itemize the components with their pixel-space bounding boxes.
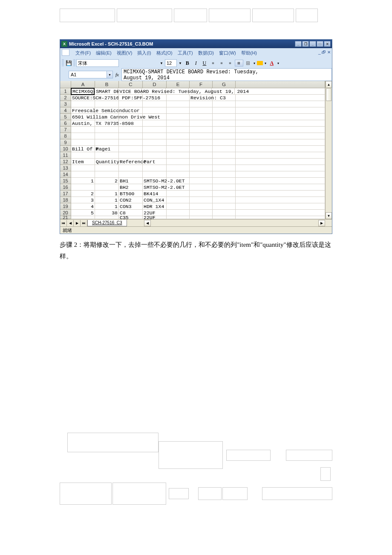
row-header[interactable]: 21 [60,216,71,219]
cell[interactable] [95,216,119,219]
cell[interactable]: Page1 [95,146,119,152]
cell[interactable] [119,165,143,171]
cell[interactable] [119,133,143,139]
cell[interactable] [167,191,190,197]
row-header[interactable]: 18 [60,197,71,203]
cell[interactable] [213,210,236,216]
cell[interactable]: Item [71,159,95,165]
font-select[interactable]: 宋体 [76,59,119,67]
row-header[interactable]: 6 [60,120,71,127]
hscroll-left-icon[interactable]: ◀ [144,220,151,226]
cell[interactable] [190,120,213,127]
cell[interactable] [213,159,236,165]
cell[interactable]: SMTSO-M2-2.0ET [143,178,167,184]
cell[interactable] [119,139,143,146]
worksheet[interactable]: ABCDEFG 1MCIMX6Q-SMART DEVICE BOARD Revi… [60,81,325,219]
cell[interactable] [213,165,236,171]
cell[interactable] [119,152,143,159]
cell[interactable] [71,101,95,107]
row-header[interactable]: 1 [60,88,71,95]
toolbar-grip[interactable] [62,59,64,67]
cell[interactable] [167,184,190,191]
name-box[interactable]: A1 [69,71,107,78]
cell[interactable]: CON3 [119,203,143,210]
cell[interactable] [190,210,213,216]
col-header-d[interactable]: D [143,81,167,88]
cell[interactable] [71,152,95,159]
cell[interactable]: Austin, TX 78735-8598 [71,120,95,127]
row-header[interactable]: 2 [60,95,71,101]
col-header-f[interactable]: F [190,81,213,88]
row-header[interactable]: 13 [60,165,71,171]
cell[interactable] [213,120,236,127]
cell[interactable] [167,165,190,171]
borders-icon[interactable]: ⊞ [244,59,252,67]
cell[interactable] [167,210,190,216]
formula-input[interactable]: MCIMX6Q-SMART DEVICE BOARD Revised: Tues… [121,68,332,81]
cell[interactable] [213,101,236,107]
horizontal-scrollbar[interactable]: ◀ ▶ [144,220,325,226]
col-header-g[interactable]: G [213,81,236,88]
sheet-tab[interactable]: SCH-27516_C3 [87,220,127,226]
column-headers[interactable]: ABCDEFG [60,81,325,88]
align-left-icon[interactable]: ≡ [209,59,217,67]
cell[interactable] [190,114,213,120]
cell[interactable] [119,171,143,178]
cell[interactable]: BH1 [119,178,143,184]
cell[interactable] [190,197,213,203]
tab-next-icon[interactable]: ▶ [74,220,81,226]
cell[interactable] [95,184,119,191]
vertical-scrollbar[interactable]: ▲ ▼ [325,81,332,219]
save-icon[interactable]: 💾 [65,59,72,67]
scroll-down-icon[interactable]: ▼ [326,212,332,219]
cell[interactable] [143,107,167,114]
row-header[interactable]: 5 [60,114,71,120]
cell[interactable] [190,171,213,178]
cell[interactable] [213,152,236,159]
cell[interactable] [213,216,236,219]
titlebar[interactable]: X Microsoft Excel - SCH-27516_C3.BOM _ ❐… [60,40,332,48]
cell[interactable] [213,107,236,114]
cell[interactable] [167,114,190,120]
cell[interactable]: 38 [95,210,119,216]
cell[interactable] [167,171,190,178]
size-select[interactable]: 12 [165,59,177,67]
scroll-track[interactable] [326,101,332,212]
select-all-corner[interactable] [60,81,71,88]
cell[interactable] [95,107,119,114]
cell[interactable]: C35 [119,216,143,219]
cell[interactable] [190,216,213,219]
menu-tools[interactable]: 工具(T) [175,49,196,57]
row-header[interactable]: 14 [60,171,71,178]
cell[interactable]: 1 [95,197,119,203]
cell[interactable] [190,139,213,146]
cell[interactable] [213,184,236,191]
cell[interactable] [119,120,143,127]
cell[interactable]: 4 [71,203,95,210]
cell[interactable] [213,114,236,120]
cell[interactable] [95,171,119,178]
align-center-icon[interactable]: ≡ [218,59,225,67]
col-header-b[interactable]: B [95,81,119,88]
cell[interactable] [190,203,213,210]
cell[interactable] [167,216,190,219]
merge-center-icon[interactable]: ⊞ [235,60,243,66]
cell[interactable] [95,165,119,171]
cell[interactable] [95,127,119,133]
cell[interactable] [213,178,236,184]
menu-window[interactable]: 窗口(W) [216,49,239,57]
cell[interactable]: Freescale Semiconductor [71,107,95,114]
cell[interactable] [190,133,213,139]
cell[interactable] [190,178,213,184]
cell[interactable] [167,133,190,139]
cell[interactable] [71,216,95,219]
cell[interactable] [95,120,119,127]
cell[interactable]: BH2 [119,184,143,191]
cell[interactable] [167,197,190,203]
minimize2-icon[interactable]: _ [309,41,316,47]
cell[interactable]: 1 [95,191,119,197]
cell[interactable] [190,146,213,152]
menu-format[interactable]: 格式(O) [154,49,175,57]
cell[interactable] [143,171,167,178]
fill-color-icon[interactable] [257,61,263,65]
